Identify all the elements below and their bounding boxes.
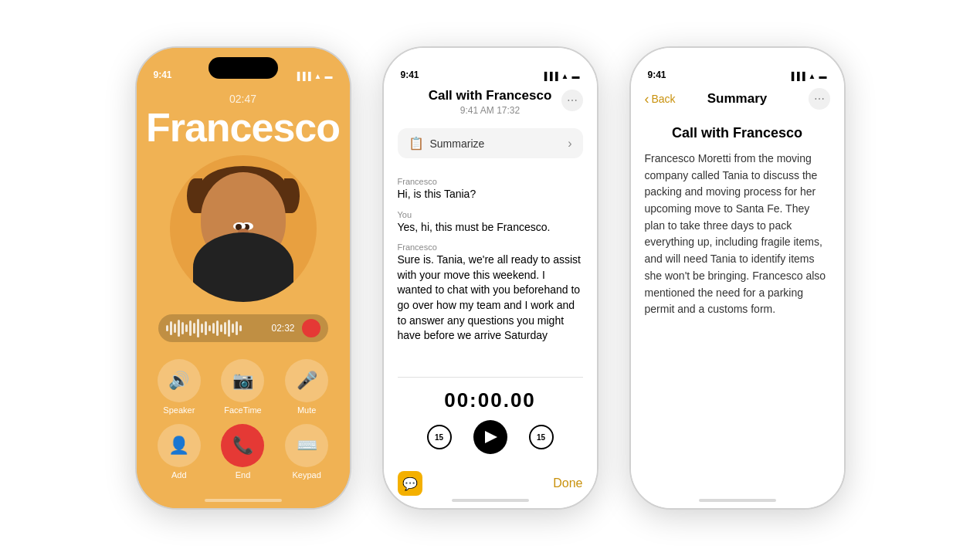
phone2-screen: 9:41 ▐▐▐ ▲ ▬ Call with Francesco 9:41 AM… bbox=[384, 48, 597, 508]
speaker-icon: 🔊 bbox=[158, 359, 201, 402]
speaker-label: Speaker bbox=[163, 405, 195, 415]
waveform-bar: 02:32 bbox=[158, 314, 328, 342]
more-options-button-3[interactable]: ⋯ bbox=[809, 88, 830, 110]
mute-label: Mute bbox=[297, 405, 316, 415]
facetime-label: FaceTime bbox=[224, 405, 262, 415]
transcript-text-1: Yes, hi, this must be Francesco. bbox=[398, 220, 583, 236]
chevron-left-icon: ‹ bbox=[645, 91, 649, 107]
add-label: Add bbox=[171, 470, 187, 480]
phone-transcription: 9:41 ▐▐▐ ▲ ▬ Call with Francesco 9:41 AM… bbox=[382, 46, 599, 510]
transcript-text-0: Hi, is this Tania? bbox=[398, 187, 583, 202]
skip-back-button[interactable]: 15 bbox=[427, 425, 452, 449]
wifi-icon-3: ▲ bbox=[809, 72, 816, 80]
skip-forward-label: 15 bbox=[537, 433, 545, 442]
mute-button[interactable]: 🎤 Mute bbox=[280, 359, 334, 415]
phone-summary: 9:41 ▐▐▐ ▲ ▬ ‹ Back Summary ⋯ Call with … bbox=[629, 46, 846, 510]
status-time-3: 9:41 bbox=[648, 70, 666, 80]
status-time-2: 9:41 bbox=[401, 70, 419, 80]
battery-icon: ▬ bbox=[325, 72, 333, 80]
phone3-screen: 9:41 ▐▐▐ ▲ ▬ ‹ Back Summary ⋯ Call with … bbox=[631, 48, 844, 508]
play-button[interactable] bbox=[473, 420, 507, 454]
speaker-2: Francesco bbox=[398, 242, 583, 252]
mute-icon: 🎤 bbox=[285, 359, 328, 402]
phone2-subtitle: 9:41 AM 17:32 bbox=[398, 105, 583, 116]
keypad-label: Keypad bbox=[293, 470, 321, 480]
battery-icon-2: ▬ bbox=[572, 72, 580, 80]
record-button[interactable] bbox=[302, 319, 320, 337]
end-button[interactable]: 📞 End bbox=[215, 424, 270, 480]
done-button[interactable]: Done bbox=[553, 476, 582, 490]
wifi-icon-2: ▲ bbox=[561, 72, 569, 80]
phone2-title: Call with Francesco bbox=[398, 88, 583, 103]
call-buttons-grid: 🔊 Speaker 📷 FaceTime 🎤 Mute 👤 Add 📞 End … bbox=[137, 359, 350, 480]
transcript-area: Francesco Hi, is this Tania? You Yes, hi… bbox=[384, 163, 597, 377]
audio-timer: 00:00.00 bbox=[384, 378, 597, 420]
summary-content: Call with Francesco Francesco Moretti fr… bbox=[631, 117, 844, 332]
skip-back-label: 15 bbox=[435, 433, 443, 442]
keypad-button[interactable]: ⌨️ Keypad bbox=[280, 424, 334, 480]
memoji-body bbox=[193, 232, 293, 302]
signal-icon: ▐▐▐ bbox=[294, 72, 310, 80]
waveform-timer: 02:32 bbox=[271, 323, 294, 334]
transcript-entry-0: Francesco Hi, is this Tania? bbox=[398, 177, 583, 202]
signal-icon-2: ▐▐▐ bbox=[541, 72, 558, 80]
phone1-screen: 9:41 ▐▐▐ ▲ ▬ 02:47 Francesco bbox=[137, 48, 350, 508]
status-icons-2: ▐▐▐ ▲ ▬ bbox=[541, 72, 579, 80]
transcript-text-2: Sure is. Tania, we're all ready to assis… bbox=[398, 253, 583, 344]
facetime-button[interactable]: 📷 FaceTime bbox=[215, 359, 270, 415]
notes-icon[interactable]: 💬 bbox=[398, 471, 422, 496]
summarize-label: Summarize bbox=[430, 137, 485, 150]
memoji-hair-right bbox=[284, 178, 300, 213]
play-icon bbox=[485, 431, 497, 443]
end-icon: 📞 bbox=[221, 424, 264, 467]
speaker-1: You bbox=[398, 210, 583, 219]
memoji-hair-left bbox=[187, 178, 202, 213]
add-icon: 👤 bbox=[158, 424, 201, 467]
status-icons-1: ▐▐▐ ▲ ▬ bbox=[294, 72, 332, 80]
home-indicator-2 bbox=[452, 499, 529, 502]
transcript-entry-2: Francesco Sure is. Tania, we're all read… bbox=[398, 242, 583, 344]
call-timer: 02:47 bbox=[229, 93, 256, 105]
add-button[interactable]: 👤 Add bbox=[152, 424, 207, 480]
back-label: Back bbox=[652, 93, 676, 105]
summary-title: Summary bbox=[707, 91, 767, 107]
speaker-0: Francesco bbox=[398, 177, 583, 186]
caller-name: Francesco bbox=[146, 107, 340, 149]
summary-body: Francesco Moretti from the moving compan… bbox=[645, 151, 830, 318]
phone-active-call: 9:41 ▐▐▐ ▲ ▬ 02:47 Francesco bbox=[135, 46, 351, 510]
dynamic-island bbox=[209, 57, 278, 79]
status-bar-3: 9:41 ▐▐▐ ▲ ▬ bbox=[631, 48, 844, 86]
home-indicator-1 bbox=[205, 499, 282, 502]
home-indicator-3 bbox=[699, 499, 776, 502]
keypad-icon: ⌨️ bbox=[285, 424, 328, 467]
skip-forward-button[interactable]: 15 bbox=[529, 425, 554, 449]
memoji-avatar bbox=[170, 155, 317, 302]
camera-icon: 📷 bbox=[221, 359, 264, 402]
end-label: End bbox=[236, 470, 251, 480]
status-time-1: 9:41 bbox=[154, 70, 172, 80]
summary-call-title: Call with Francesco bbox=[645, 125, 830, 141]
wifi-icon: ▲ bbox=[314, 72, 322, 80]
signal-icon-3: ▐▐▐ bbox=[788, 72, 805, 80]
chevron-right-icon: › bbox=[568, 137, 571, 151]
back-button[interactable]: ‹ Back bbox=[645, 91, 676, 107]
battery-icon-3: ▬ bbox=[819, 72, 827, 80]
more-options-button[interactable]: ⋯ bbox=[561, 90, 583, 111]
transcript-entry-1: You Yes, hi, this must be Francesco. bbox=[398, 210, 583, 236]
speaker-button[interactable]: 🔊 Speaker bbox=[152, 359, 207, 415]
audio-controls: 15 15 bbox=[384, 420, 597, 465]
summarize-icon: 📋 bbox=[409, 136, 424, 151]
summarize-row[interactable]: 📋 Summarize › bbox=[398, 128, 583, 158]
status-bar-2: 9:41 ▐▐▐ ▲ ▬ bbox=[384, 48, 597, 86]
summarize-left: 📋 Summarize bbox=[409, 136, 485, 151]
status-icons-3: ▐▐▐ ▲ ▬ bbox=[788, 72, 826, 80]
